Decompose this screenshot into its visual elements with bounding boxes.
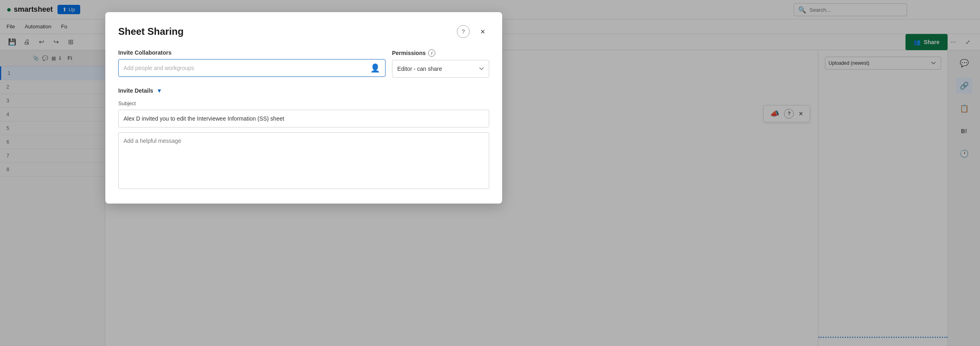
message-textarea[interactable] [118,132,489,189]
modal-header: Sheet Sharing ? × [118,25,489,38]
subject-input[interactable] [118,110,489,127]
close-icon: × [480,27,485,36]
invite-row: Invite Collaborators 👤 Permissions i Vie… [118,49,489,78]
subject-label: Subject [118,100,489,106]
invite-input-wrapper[interactable]: 👤 [118,59,386,77]
invite-collaborators-label: Invite Collaborators [118,49,386,56]
permissions-label-text: Permissions [392,50,426,56]
modal-overlay: Sheet Sharing ? × Invite Collaborators 👤 [0,0,980,346]
info-symbol: i [431,51,432,55]
invite-details-header[interactable]: Invite Details ▼ [118,87,489,94]
sheet-sharing-modal: Sheet Sharing ? × Invite Collaborators 👤 [105,12,502,204]
permissions-info-icon[interactable]: i [428,49,435,57]
person-icon: 👤 [370,63,380,73]
modal-close-button[interactable]: × [476,25,489,38]
permissions-select[interactable]: Viewer Commenter Editor - cannot share E… [392,60,489,78]
chevron-down-icon: ▼ [156,87,162,94]
modal-help-button[interactable]: ? [457,25,470,38]
permissions-label: Permissions i [392,49,489,57]
modal-header-actions: ? × [457,25,489,38]
help-icon: ? [462,28,465,35]
invite-input[interactable] [124,65,370,71]
modal-title: Sheet Sharing [118,26,183,37]
permissions-section: Permissions i Viewer Commenter Editor - … [392,49,489,78]
invite-details-label: Invite Details [118,87,153,94]
invite-collaborators-section: Invite Collaborators 👤 [118,49,386,77]
